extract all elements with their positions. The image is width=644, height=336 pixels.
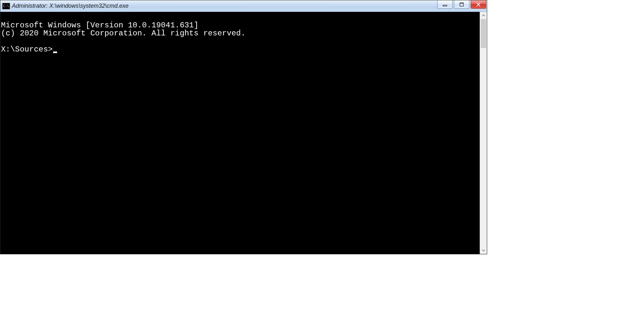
chevron-up-icon <box>482 14 485 16</box>
window-controls <box>437 0 486 12</box>
scroll-thumb[interactable] <box>481 19 486 48</box>
cmd-icon: C:\ <box>2 3 10 9</box>
svg-rect-0 <box>443 5 447 6</box>
maximize-icon <box>459 2 464 7</box>
scroll-up-button[interactable] <box>480 12 487 19</box>
cmd-icon-label: C:\ <box>3 5 9 8</box>
close-button[interactable] <box>471 0 486 9</box>
vertical-scrollbar[interactable] <box>480 12 487 254</box>
scroll-down-button[interactable] <box>480 247 487 254</box>
maximize-button[interactable] <box>454 0 469 9</box>
client-area: Microsoft Windows [Version 10.0.19041.63… <box>0 12 487 254</box>
terminal-line: (c) 2020 Microsoft Corporation. All righ… <box>1 29 245 38</box>
terminal-prompt: X:\Sources> <box>1 45 53 53</box>
minimize-icon <box>443 2 447 7</box>
terminal-output[interactable]: Microsoft Windows [Version 10.0.19041.63… <box>0 12 480 254</box>
window-title: Administrator: X:\windows\system32\cmd.e… <box>12 3 437 9</box>
scroll-track[interactable] <box>480 19 487 247</box>
cursor <box>53 51 57 53</box>
title-bar[interactable]: C:\ Administrator: X:\windows\system32\c… <box>0 0 487 12</box>
terminal-line: Microsoft Windows [Version 10.0.19041.63… <box>1 21 198 30</box>
chevron-down-icon <box>482 249 485 251</box>
minimize-button[interactable] <box>437 0 453 9</box>
cmd-window: C:\ Administrator: X:\windows\system32\c… <box>0 0 487 254</box>
close-icon <box>476 2 481 7</box>
